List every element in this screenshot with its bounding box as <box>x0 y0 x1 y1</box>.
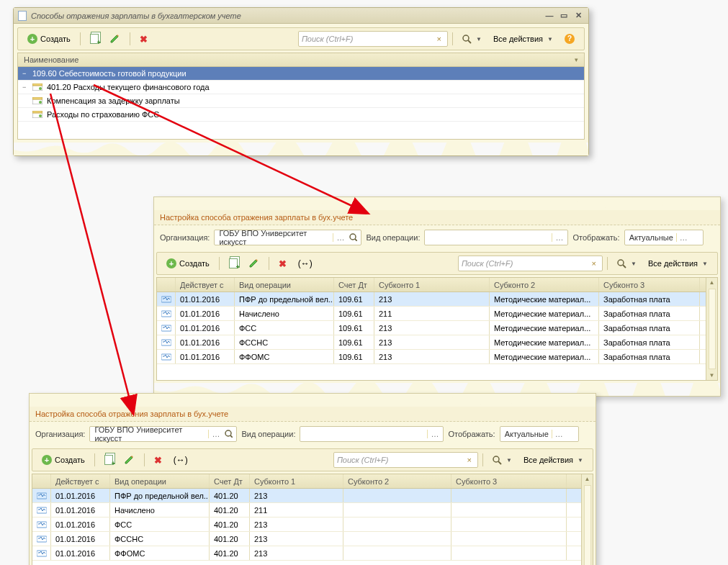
all-actions-button[interactable]: Все действия ▼ <box>488 31 558 47</box>
col-op[interactable]: Вид операции <box>235 278 334 291</box>
titlebar: Способы отражения зарплаты в бухгалтерск… <box>14 8 588 24</box>
col-s2[interactable]: Субконто 2 <box>343 474 451 488</box>
chevron-down-icon: ▼ <box>506 457 512 464</box>
folder-icon <box>32 83 42 91</box>
search-placeholder: Поиск (Ctrl+F) <box>302 35 434 43</box>
grid-header: Действует с Вид операции Счет Дт Субконт… <box>32 474 593 489</box>
grid-row[interactable]: 01.01.2016ФФОМС109.61213Методические мат… <box>157 350 717 364</box>
swap-button[interactable]: (↔) <box>168 452 193 468</box>
cell-date: 01.01.2016 <box>176 335 235 349</box>
list-row-0[interactable]: − 109.60 Себестоимость готовой продукции <box>18 67 584 81</box>
row-icon <box>157 292 176 306</box>
edit-button[interactable] <box>120 452 140 468</box>
delete-button[interactable]: ✖ <box>149 452 167 468</box>
org-input[interactable]: ГОБУ ВПО Университет искусст … <box>89 426 237 442</box>
copy-button[interactable] <box>99 452 118 468</box>
panel-toolbar: + Создать ✖ (↔) Поиск (Ctrl+F) × ▼ Все д… <box>32 448 593 471</box>
lookup-icon[interactable] <box>223 430 235 439</box>
all-actions-button[interactable]: Все действия▼ <box>518 452 588 468</box>
ellipsis-icon[interactable]: … <box>552 430 566 438</box>
lookup-icon[interactable] <box>347 233 359 243</box>
col-s3[interactable]: Субконто 3 <box>599 278 700 291</box>
col-acc[interactable]: Счет Дт <box>334 278 374 291</box>
cell-s3 <box>451 532 567 546</box>
swap-button[interactable]: (↔) <box>293 256 318 271</box>
list-row-1[interactable]: − 401.20 Расходы текущего финансового го… <box>18 81 584 94</box>
swap-icon: (↔) <box>298 258 313 268</box>
cell-acc: 401.20 <box>210 517 250 531</box>
cell-s1: 213 <box>250 517 343 531</box>
scroll-down-icon[interactable]: ▼ <box>708 371 716 380</box>
create-button[interactable]: + Создать <box>22 31 76 47</box>
minimize-button[interactable]: — <box>544 11 555 21</box>
search-input[interactable]: Поиск (Ctrl+F) × <box>458 256 603 271</box>
ellipsis-icon[interactable]: … <box>552 233 566 242</box>
delete-button[interactable]: ✖ <box>274 256 292 271</box>
col-s3[interactable]: Субконто 3 <box>451 474 567 488</box>
org-input[interactable]: ГОБУ ВПО Университет искусст … <box>214 230 361 245</box>
close-button[interactable]: ✕ <box>572 11 584 21</box>
col-acc[interactable]: Счет Дт <box>210 474 250 488</box>
cell-op: ФФОМС <box>235 350 334 363</box>
search-icon <box>617 259 626 268</box>
list-row-3[interactable]: Расходы по страхованию ФСС <box>18 108 584 122</box>
collapse-icon[interactable]: − <box>22 83 30 91</box>
ellipsis-icon[interactable]: … <box>427 430 441 438</box>
col-date[interactable]: Действует с <box>51 474 110 488</box>
copy-button[interactable] <box>85 31 104 47</box>
scroll-up-icon[interactable]: ▲ <box>583 474 592 484</box>
find-button[interactable]: ▼ <box>612 256 642 271</box>
vscroll[interactable]: ▲ ▼ <box>581 474 593 565</box>
list-row-label: Компенсация за задержку зарплаты <box>47 96 180 105</box>
display-input[interactable]: Актуальные … <box>624 230 704 245</box>
edit-button[interactable] <box>244 256 264 271</box>
all-actions-button[interactable]: Все действия▼ <box>643 256 713 271</box>
display-input[interactable]: Актуальные … <box>500 426 579 442</box>
col-op[interactable]: Вид операции <box>110 474 210 488</box>
optype-input[interactable]: … <box>424 230 568 245</box>
copy-button[interactable] <box>224 256 243 271</box>
ellipsis-icon[interactable]: … <box>676 233 691 242</box>
ellipsis-icon[interactable]: … <box>208 430 223 438</box>
col-s1[interactable]: Субконто 1 <box>374 278 490 291</box>
scroll-up-icon[interactable]: ▲ <box>708 278 716 287</box>
grid-row[interactable]: 01.01.2016Начислено401.20211 <box>32 503 593 517</box>
grid-row[interactable]: 01.01.2016ФСС109.61213Методические матер… <box>157 321 717 335</box>
grid-row[interactable]: 01.01.2016ФССНС401.20213 <box>32 532 593 546</box>
row-icon <box>157 321 176 335</box>
col-s1[interactable]: Субконто 1 <box>250 474 343 488</box>
grid-row[interactable]: 01.01.2016ФФОМС401.20213 <box>32 546 593 561</box>
help-button[interactable]: ? <box>560 31 580 47</box>
collapse-icon[interactable]: − <box>22 70 30 77</box>
clear-search-icon[interactable]: × <box>434 35 444 43</box>
folder-icon <box>32 97 42 104</box>
maximize-button[interactable]: ▭ <box>558 11 570 21</box>
search-input[interactable]: Поиск (Ctrl+F) × <box>298 31 448 47</box>
cell-s1: 213 <box>250 532 343 546</box>
find-button[interactable]: ▼ <box>457 31 487 47</box>
optype-label: Вид операции: <box>366 233 420 242</box>
cell-op: ФССНС <box>235 335 334 349</box>
col-date[interactable]: Действует с <box>176 278 235 291</box>
create-button[interactable]: + Создать <box>37 452 90 468</box>
delete-button[interactable]: ✖ <box>135 31 153 47</box>
optype-input[interactable]: … <box>300 426 444 442</box>
ellipsis-icon[interactable]: … <box>333 233 347 242</box>
grid-row[interactable]: 01.01.2016ПФР до предельной вел...401.20… <box>32 489 593 503</box>
list-header[interactable]: Наименование ▾ <box>17 53 585 67</box>
create-button[interactable]: + Создать <box>161 256 215 271</box>
grid-row[interactable]: 01.01.2016Начислено109.61211Методические… <box>157 307 717 321</box>
list-row-2[interactable]: Компенсация за задержку зарплаты <box>18 94 584 108</box>
config-panel-2: Настройка способа отражения зарплаты в б… <box>29 393 596 565</box>
grid-row[interactable]: 01.01.2016ПФР до предельной вел...109.61… <box>157 292 717 307</box>
grid-row[interactable]: 01.01.2016ФССНС109.61213Методические мат… <box>157 335 717 350</box>
clear-search-icon[interactable]: × <box>464 456 475 464</box>
chevron-down-icon: ▼ <box>578 457 583 464</box>
clear-search-icon[interactable]: × <box>589 259 599 268</box>
find-button[interactable]: ▼ <box>487 452 517 468</box>
vscroll[interactable]: ▲ ▼ <box>706 278 717 380</box>
search-input[interactable]: Поиск (Ctrl+F) × <box>333 452 478 468</box>
col-s2[interactable]: Субконто 2 <box>490 278 599 291</box>
edit-button[interactable] <box>105 31 125 47</box>
grid-row[interactable]: 01.01.2016ФСС401.20213 <box>32 517 593 532</box>
